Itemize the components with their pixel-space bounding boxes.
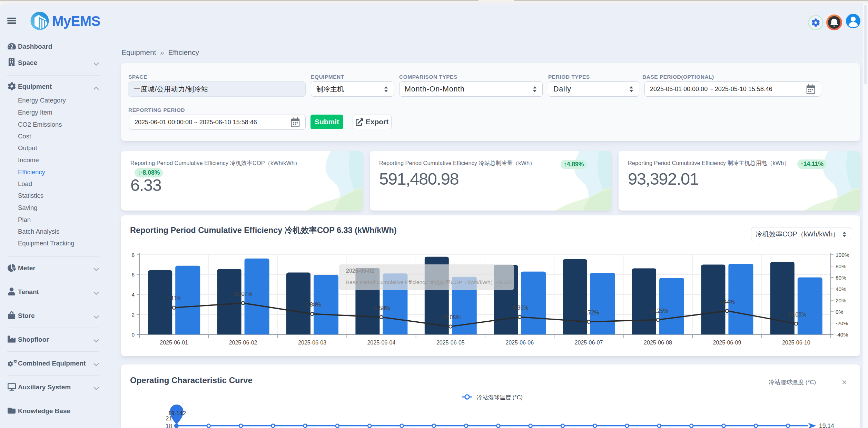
svg-text:80%: 80% (836, 263, 846, 269)
svg-text:-17.72%: -17.72% (579, 310, 599, 315)
svg-text:100%: 100% (836, 252, 849, 258)
svg-text:-14.25%: -14.25% (648, 308, 668, 314)
svg-text:-9.58%: -9.58% (373, 305, 390, 311)
svg-text:-20%: -20% (836, 320, 848, 326)
svg-text:2025-06-08: 2025-06-08 (644, 340, 672, 346)
svg-text:40%: 40% (836, 286, 846, 292)
svg-text:19.14: 19.14 (819, 422, 834, 428)
svg-text:8: 8 (131, 252, 135, 258)
svg-text:0: 0 (131, 332, 135, 338)
svg-text:-26.05%: -26.05% (440, 314, 461, 320)
svg-text:60%: 60% (836, 275, 846, 281)
svg-text:-3.88%: -3.88% (304, 302, 321, 308)
svg-text:2025-06-10: 2025-06-10 (782, 340, 810, 346)
svg-text:2025-06-02: 2025-06-02 (229, 340, 257, 346)
svg-text:2025-06-06: 2025-06-06 (505, 340, 534, 346)
svg-text:7.11%: 7.11% (166, 295, 181, 301)
svg-text:20%: 20% (836, 298, 846, 303)
svg-text:21: 21 (166, 415, 172, 422)
svg-text:2025-06-09: 2025-06-09 (713, 340, 741, 346)
svg-text:1.44%: 1.44% (719, 299, 735, 305)
svg-text:-9.30%: -9.30% (511, 305, 529, 311)
svg-text:2025-06-03: 2025-06-03 (298, 340, 326, 346)
svg-text:18: 18 (166, 423, 172, 428)
svg-text:2025-06-04: 2025-06-04 (367, 340, 395, 346)
svg-text:-40%: -40% (836, 332, 848, 338)
svg-text:2: 2 (131, 312, 135, 318)
svg-text:0%: 0% (836, 309, 844, 315)
svg-text:4: 4 (131, 292, 135, 298)
svg-text:6: 6 (131, 272, 135, 278)
svg-text:冷站湿球温度 (°C): 冷站湿球温度 (°C) (477, 394, 523, 400)
svg-text:2025-06-01: 2025-06-01 (160, 340, 188, 346)
svg-text:15.07%: 15.07% (234, 291, 252, 297)
svg-text:2025-06-05: 2025-06-05 (436, 340, 465, 346)
svg-text:2025-06-07: 2025-06-07 (575, 340, 603, 346)
svg-text:-21.05%: -21.05% (786, 312, 807, 318)
